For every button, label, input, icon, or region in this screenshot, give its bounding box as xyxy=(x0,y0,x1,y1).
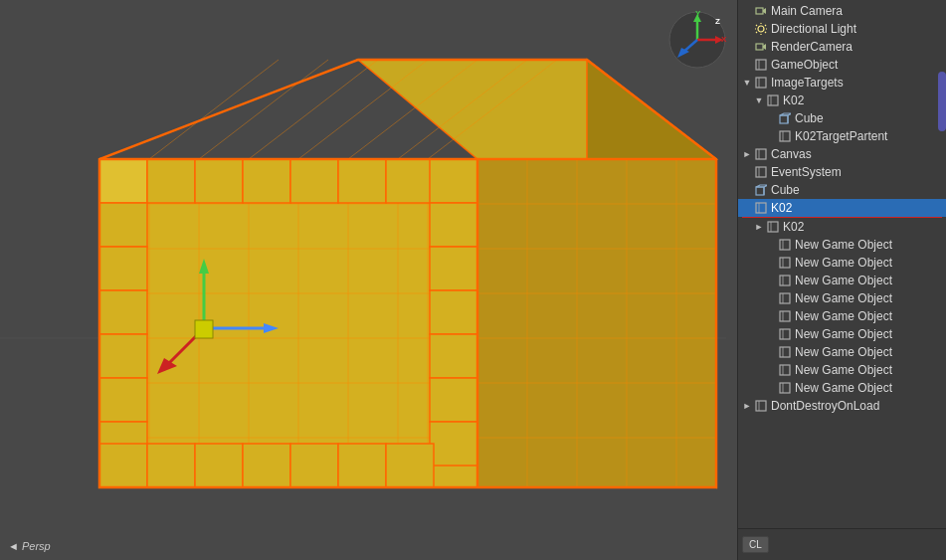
cl-button[interactable]: CL xyxy=(742,536,769,553)
hierarchy-item-label: Directional Light xyxy=(771,22,942,36)
scene-viewport[interactable]: Z X Y ◄ Persp xyxy=(0,0,737,560)
hierarchy-item-directional-light[interactable]: Directional Light xyxy=(738,20,946,38)
hierarchy-arrow xyxy=(766,240,776,250)
svg-rect-38 xyxy=(99,203,147,247)
hierarchy-item-label: Canvas xyxy=(771,147,942,161)
hierarchy-item-label: K02 xyxy=(783,220,942,234)
scene-svg xyxy=(0,0,737,560)
svg-rect-51 xyxy=(430,203,477,247)
svg-line-88 xyxy=(765,25,766,26)
cube-icon xyxy=(754,183,768,197)
object-icon xyxy=(754,201,768,215)
object-icon xyxy=(778,327,792,341)
svg-rect-135 xyxy=(780,383,790,393)
hierarchy-item-k02-child2[interactable]: K02 xyxy=(738,218,946,236)
svg-rect-59 xyxy=(243,444,290,487)
svg-rect-54 xyxy=(430,334,477,378)
hierarchy-item-k02-child1[interactable]: K02 xyxy=(738,92,946,109)
svg-marker-113 xyxy=(756,185,767,187)
svg-point-86 xyxy=(758,26,764,32)
camera-icon xyxy=(754,4,768,18)
svg-rect-137 xyxy=(756,401,766,411)
hierarchy-item-main-camera[interactable]: Main Camera xyxy=(738,2,946,20)
svg-marker-104 xyxy=(780,113,791,115)
hierarchy-item-ngo4[interactable]: New Game Object xyxy=(738,289,946,307)
hierarchy-item-canvas[interactable]: Canvas xyxy=(738,145,946,163)
scroll-indicator[interactable] xyxy=(938,72,946,131)
hierarchy-arrow xyxy=(742,42,752,52)
hierarchy-item-ngo1[interactable]: New Game Object xyxy=(738,236,946,254)
hierarchy-arrow xyxy=(742,78,752,88)
svg-rect-121 xyxy=(780,258,790,268)
hierarchy-item-label: New Game Object xyxy=(795,238,942,252)
hierarchy-item-label: New Game Object xyxy=(795,256,942,270)
svg-rect-60 xyxy=(290,444,338,487)
hierarchy-arrow xyxy=(766,113,776,123)
scene-background xyxy=(0,0,737,560)
svg-rect-37 xyxy=(147,159,195,203)
hierarchy-arrow xyxy=(766,276,776,285)
object-icon xyxy=(754,399,768,413)
hierarchy-item-cube-child1[interactable]: Cube xyxy=(738,109,946,127)
hierarchy-arrow xyxy=(742,6,752,16)
svg-marker-4 xyxy=(99,159,477,487)
hierarchy-item-gameobject[interactable]: GameObject xyxy=(738,56,946,74)
hierarchy-arrow xyxy=(742,24,752,34)
hierarchy-item-event-system[interactable]: EventSystem xyxy=(738,163,946,181)
hierarchy-item-dont-destroy[interactable]: DontDestroyOnLoad xyxy=(738,397,946,415)
hierarchy-item-ngo7[interactable]: New Game Object xyxy=(738,343,946,361)
hierarchy-item-label: New Game Object xyxy=(795,274,942,287)
svg-rect-95 xyxy=(756,44,763,50)
hierarchy-item-k02-target-parent[interactable]: K02TargetPartent xyxy=(738,127,946,145)
camera-icon xyxy=(754,40,768,54)
hierarchy-item-label: RenderCamera xyxy=(771,40,942,54)
svg-rect-103 xyxy=(780,115,788,123)
scene-gizmo[interactable]: Z X Y xyxy=(667,10,727,70)
svg-rect-73 xyxy=(195,320,213,338)
persp-label: ◄ Persp xyxy=(8,540,51,552)
hierarchy-item-label: New Game Object xyxy=(795,381,942,395)
svg-rect-110 xyxy=(756,167,766,177)
hierarchy-arrow xyxy=(766,258,776,268)
bottom-bar: CL xyxy=(738,528,946,560)
hierarchy-arrow xyxy=(766,329,776,339)
hierarchy-item-label: EventSystem xyxy=(771,165,942,179)
hierarchy-item-cube-root[interactable]: Cube xyxy=(738,181,946,199)
hierarchy-item-ngo2[interactable]: New Game Object xyxy=(738,254,946,272)
hierarchy-item-ngo6[interactable]: New Game Object xyxy=(738,325,946,343)
hierarchy-item-image-targets[interactable]: ImageTargets xyxy=(738,74,946,92)
hierarchy-item-render-camera[interactable]: RenderCamera xyxy=(738,38,946,56)
hierarchy-item-ngo8[interactable]: New Game Object xyxy=(738,361,946,379)
object-icon xyxy=(754,58,768,72)
hierarchy-item-k02-selected[interactable]: K02 xyxy=(738,199,946,217)
svg-rect-99 xyxy=(756,78,766,88)
svg-rect-129 xyxy=(780,329,790,339)
object-icon xyxy=(778,274,792,287)
svg-rect-97 xyxy=(756,60,766,70)
hierarchy-item-label: ImageTargets xyxy=(771,76,942,90)
svg-rect-41 xyxy=(290,159,338,203)
hierarchy-arrow xyxy=(742,167,752,177)
cube-icon xyxy=(778,111,792,125)
svg-rect-62 xyxy=(386,444,434,487)
hierarchy-arrow xyxy=(742,149,752,159)
hierarchy-arrow xyxy=(766,293,776,303)
hierarchy-item-label: New Game Object xyxy=(795,345,942,359)
svg-rect-133 xyxy=(780,365,790,375)
svg-rect-50 xyxy=(99,444,147,487)
hierarchy-item-ngo3[interactable]: New Game Object xyxy=(738,272,946,289)
svg-rect-53 xyxy=(430,290,477,334)
svg-rect-106 xyxy=(780,131,790,141)
svg-rect-108 xyxy=(756,149,766,159)
hierarchy-item-ngo5[interactable]: New Game Object xyxy=(738,307,946,325)
svg-line-90 xyxy=(765,32,766,33)
svg-rect-131 xyxy=(780,347,790,357)
hierarchy-list: Main CameraDirectional LightRenderCamera… xyxy=(738,0,946,528)
object-icon xyxy=(778,309,792,323)
svg-rect-123 xyxy=(780,276,790,285)
light-icon xyxy=(754,22,768,36)
object-icon xyxy=(778,363,792,377)
hierarchy-item-ngo9[interactable]: New Game Object xyxy=(738,379,946,397)
hierarchy-arrow xyxy=(742,203,752,213)
svg-rect-58 xyxy=(195,444,243,487)
